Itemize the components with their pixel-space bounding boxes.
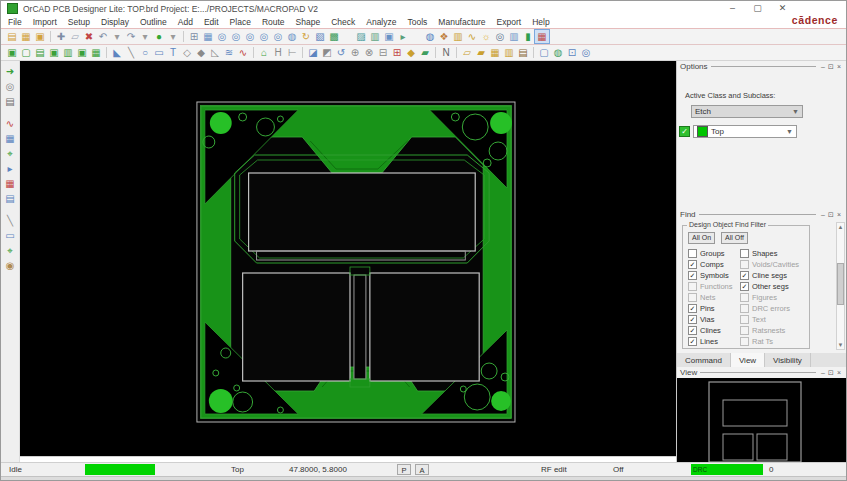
menu-route[interactable]: Route	[262, 17, 285, 27]
add-rect-icon[interactable]: ▭	[152, 46, 166, 59]
panel-view-icon[interactable]: ▭	[3, 229, 17, 242]
checkbox-lines[interactable]: ✓	[688, 337, 697, 346]
menu-outline[interactable]: Outline	[140, 17, 167, 27]
unrats-all-icon[interactable]: ⊞	[187, 30, 201, 43]
elements-report-icon[interactable]: ▤	[516, 46, 530, 59]
checkbox-other-segs[interactable]: ✓	[740, 282, 749, 291]
spin-view-icon[interactable]: ◎	[3, 80, 17, 93]
add-circle-icon[interactable]: ○	[138, 46, 152, 59]
split-plane-icon[interactable]: ▥	[61, 46, 75, 59]
fix-color-menu-icon[interactable]: ▾	[166, 30, 180, 43]
redo-menu-icon[interactable]: ▾	[138, 30, 152, 43]
move-icon[interactable]: ✚	[54, 30, 68, 43]
filter-row-functions[interactable]: Functions	[688, 281, 733, 292]
film-setup-icon[interactable]: ▤	[3, 95, 17, 108]
menu-export[interactable]: Export	[497, 17, 522, 27]
panel-minimize-icon[interactable]: –	[819, 368, 827, 378]
filter-row-pins[interactable]: ✓Pins	[688, 303, 733, 314]
route-connect-icon[interactable]: ◪	[306, 46, 320, 59]
save-drawing-icon[interactable]: ▣	[33, 30, 47, 43]
shine-mode-icon[interactable]: ☼	[479, 30, 493, 43]
checkbox-comps[interactable]: ✓	[688, 260, 697, 269]
world-view-icon[interactable]: ◎	[493, 30, 507, 43]
padstack-editor-icon[interactable]: ▢	[19, 46, 33, 59]
filter-row-figures[interactable]: Figures	[740, 292, 799, 303]
component-switch-left[interactable]	[243, 273, 350, 381]
shape-select-icon[interactable]: ◆	[404, 46, 418, 59]
maximize-button[interactable]: ▢	[752, 2, 763, 14]
copy-icon[interactable]: ▱	[68, 30, 82, 43]
menu-analyze[interactable]: Analyze	[366, 17, 396, 27]
report-columns-icon[interactable]: ▥	[507, 30, 521, 43]
subclass-enable-checkbox[interactable]: ✓	[679, 126, 690, 137]
properties-icon[interactable]: ⊡	[565, 46, 579, 59]
filter-row-groups[interactable]: Groups	[688, 248, 733, 259]
export-view-icon[interactable]: ▸	[3, 162, 17, 175]
panel-float-icon[interactable]: ⊡	[827, 368, 835, 378]
mirror-icon[interactable]: H	[271, 46, 285, 59]
reports-icon[interactable]: ▢	[537, 46, 551, 59]
find-scrollbar[interactable]: ▲ ▼	[836, 222, 845, 350]
tab-view[interactable]: View	[731, 353, 765, 367]
checkbox-functions[interactable]	[688, 282, 697, 291]
net-browser-icon[interactable]: ◍	[551, 46, 565, 59]
add-line-tool-icon[interactable]: ╲	[3, 214, 17, 227]
panel-close-icon[interactable]: ×	[835, 210, 843, 220]
menu-tools[interactable]: Tools	[408, 17, 428, 27]
web-help-icon[interactable]: ◍	[423, 30, 437, 43]
pcb-canvas[interactable]	[20, 61, 676, 462]
mounting-pad[interactable]	[210, 112, 232, 134]
script-record-icon[interactable]: ▣	[382, 30, 396, 43]
filter-row-ratsnests[interactable]: Ratsnests	[740, 325, 799, 336]
filter-row-rat-ts[interactable]: Rat Ts	[740, 336, 799, 347]
checkbox-voids-cavities[interactable]	[740, 260, 749, 269]
status-flag-icon[interactable]: ▮	[521, 30, 535, 43]
probe-point-icon[interactable]: ⌖	[3, 244, 17, 257]
cross-section-icon[interactable]: ▥	[451, 30, 465, 43]
filter-row-nets[interactable]: Nets	[688, 292, 733, 303]
sync-design-icon[interactable]: ➜	[3, 65, 17, 78]
create-fanout-icon[interactable]: ⊕	[348, 46, 362, 59]
checkbox-clines[interactable]: ✓	[688, 326, 697, 335]
update-drc-icon[interactable]: ⊞	[390, 46, 404, 59]
layer-folders-icon[interactable]: ▦	[3, 132, 17, 145]
filter-row-symbols[interactable]: ✓Symbols	[688, 270, 733, 281]
filter-row-other-segs[interactable]: ✓Other segs	[740, 281, 799, 292]
checkbox-nets[interactable]	[688, 293, 697, 302]
panel-minimize-icon[interactable]: –	[819, 62, 827, 72]
checkbox-pins[interactable]: ✓	[688, 304, 697, 313]
menu-file[interactable]: File	[8, 17, 22, 27]
pick-mode-button[interactable]: P	[397, 464, 411, 475]
filter-row-voids-cavities[interactable]: Voids/Cavities	[740, 259, 799, 270]
filter-row-clines[interactable]: ✓Clines	[688, 325, 733, 336]
tab-command[interactable]: Command	[677, 353, 731, 367]
menu-display[interactable]: Display	[101, 17, 129, 27]
filter-row-shapes[interactable]: Shapes	[740, 248, 799, 259]
remove-etch-icon[interactable]: ⊟	[376, 46, 390, 59]
assign-net-icon[interactable]: ▣	[75, 46, 89, 59]
redo-icon[interactable]: ↷	[124, 30, 138, 43]
color-dialog-icon[interactable]: ❖	[437, 30, 451, 43]
pcb-drawing[interactable]	[20, 61, 676, 457]
filter-row-lines[interactable]: ✓Lines	[688, 336, 733, 347]
scrollbar-thumb[interactable]	[837, 263, 844, 305]
menu-import[interactable]: Import	[33, 17, 57, 27]
grid-toggle-icon[interactable]: ▦	[201, 30, 215, 43]
delete-icon[interactable]: ✖	[82, 30, 96, 43]
component-center-strip[interactable]	[354, 275, 366, 379]
zoom-world-icon[interactable]: ◍	[285, 30, 299, 43]
mounting-pad[interactable]	[491, 391, 511, 411]
glossing-icon[interactable]: ↺	[334, 46, 348, 59]
undo-icon[interactable]: ↶	[96, 30, 110, 43]
panel-close-icon[interactable]: ×	[835, 368, 843, 378]
menu-shape[interactable]: Shape	[296, 17, 321, 27]
edit-vertex-icon[interactable]: ◆	[194, 46, 208, 59]
redraw-icon[interactable]: ↻	[299, 30, 313, 43]
brush-tool-icon[interactable]: ◉	[3, 259, 17, 272]
checkbox-cline-segs[interactable]: ✓	[740, 271, 749, 280]
menu-help[interactable]: Help	[532, 17, 549, 27]
drc-browser-icon[interactable]: ▦	[488, 46, 502, 59]
menu-edit[interactable]: Edit	[204, 17, 219, 27]
checkbox-groups[interactable]	[688, 249, 697, 258]
menu-setup[interactable]: Setup	[68, 17, 90, 27]
